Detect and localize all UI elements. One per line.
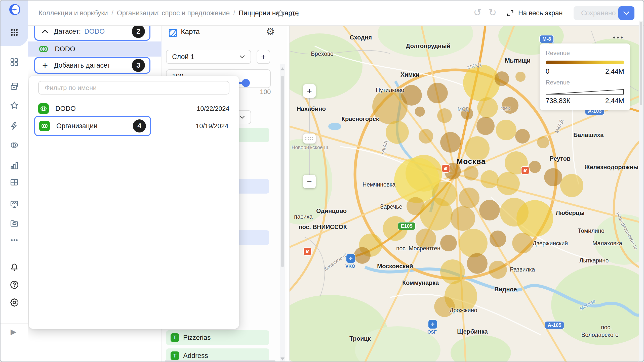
airport-label: VKO [345,264,355,269]
map-city-label: пос. Мосрентген [396,245,440,252]
add-layer-button[interactable]: + [257,50,270,64]
map-bubble[interactable] [434,296,455,317]
map-bubble[interactable] [537,136,549,148]
sidebar-item-connections-icon[interactable] [10,121,19,131]
save-dropdown-button[interactable] [618,6,634,20]
map-bubble[interactable] [419,129,433,144]
scrollbar-thumb[interactable] [640,22,642,105]
dataset-row-dodo[interactable]: DODO [28,41,162,57]
dataset-value: DODO [84,28,105,35]
map-bubble[interactable] [512,233,533,253]
sidebar-item-datasets-icon[interactable] [10,140,19,150]
map-bubble[interactable] [437,108,452,123]
map-bubble[interactable] [477,97,498,118]
panel-hscrollbar[interactable] [165,360,275,362]
map-city-label: Московский [377,263,413,270]
dropdown-item-organizations[interactable]: Организации 4 [34,116,151,136]
fullscreen-label[interactable]: На весь экран [518,9,563,17]
legend-color-max: 2,44M [605,68,624,75]
dataset-rings-icon [39,121,50,131]
airport-icon: ✈OSF [428,320,437,329]
map-bubble[interactable] [459,229,488,257]
zoom-drag-handle[interactable] [303,133,316,144]
sidebar-item-all-icon[interactable] [10,57,19,67]
map-city-label: Томилино [578,228,604,234]
fullscreen-icon[interactable] [506,9,514,18]
opacity-slider-knob[interactable] [242,79,250,87]
map-bubble[interactable] [529,161,541,173]
map-bubble[interactable] [464,166,478,180]
legend-color-min: 0 [546,68,549,75]
map-bubble[interactable] [440,235,457,251]
airport-icon: ✈VKO [346,254,355,263]
chevron-down-icon [623,11,630,15]
map-bubble[interactable] [440,132,461,153]
scrollbar-thumb[interactable] [281,76,284,267]
sidebar-item-favorites-icon[interactable] [10,101,19,110]
map-bubble[interactable] [480,170,499,188]
map-bubble[interactable] [560,174,583,197]
map-bubble[interactable] [459,188,479,208]
zoom-out-button[interactable]: − [303,175,316,188]
map-bubble[interactable] [496,120,516,140]
help-icon[interactable] [10,280,19,290]
map-city-label: Одинцово [316,207,347,214]
redo-icon[interactable]: ↻ [489,7,497,18]
sidebar-item-collections-icon[interactable] [10,81,19,91]
map-bubble[interactable] [515,129,530,144]
dataset-filter-input[interactable] [38,81,229,95]
sidebar-item-charts-icon[interactable] [10,161,19,170]
map-menu-icon[interactable]: ••• [613,33,624,41]
field-chip-address[interactable]: T Address [166,348,269,362]
map-bubble[interactable] [401,85,422,106]
map-bubble[interactable] [495,71,509,86]
more-menu-icon[interactable]: ••• [290,12,300,19]
notifications-bell-icon[interactable] [10,262,19,272]
saved-button[interactable]: Сохранено [574,6,623,20]
sidebar-item-more-icon[interactable] [10,235,19,245]
map-bubble[interactable] [516,200,553,237]
scroll-up-icon[interactable] [280,67,285,70]
chart-settings-gear-icon[interactable]: ⚙ [266,26,275,37]
favorite-star-icon[interactable] [276,9,285,19]
layer-select[interactable]: Слой 1 [166,50,251,64]
map-bubble[interactable] [467,253,488,274]
page-scrollbar[interactable] [639,21,643,361]
map-bubble[interactable] [476,117,495,135]
app-window: ▶ Коллекции и воркбуки / Организации: сп… [0,0,644,362]
map-canvas[interactable]: СходняБрёховоДолгопрудныйМытищиХимкиПути… [289,21,639,362]
sidebar-expand-icon[interactable]: ▶ [11,327,16,336]
dropdown-item-dodo[interactable]: DODO 10/22/2024 [38,102,229,116]
sidebar-item-storage-icon[interactable] [10,219,19,228]
map-bubble[interactable] [354,247,371,264]
dataset-row-label: DODO [55,45,75,53]
poi-ruble-icon: ₽ [304,248,311,255]
map-bubble[interactable] [451,206,475,231]
poi-ruble-icon: ₽ [521,167,529,174]
undo-icon[interactable]: ↺ [473,7,481,18]
apps-grid-icon[interactable] [10,28,19,37]
sidebar-item-dashboards-icon[interactable] [10,200,19,209]
map-bubble[interactable] [497,172,520,195]
map-bubble[interactable] [490,231,506,247]
sidebar-item-tables-icon[interactable] [10,177,19,187]
panel-scrollbar[interactable] [280,64,285,362]
map-bubble[interactable] [427,83,448,103]
map-bubble[interactable] [489,261,507,279]
breadcrumb-workbook[interactable]: Организации: спрос и предложение [117,9,230,17]
zoom-in-button[interactable]: + [303,84,316,98]
map-bubble[interactable] [415,107,425,117]
road-number-badge: Е105 [398,222,415,230]
field-chip-pizzerias[interactable]: T Pizzerias [166,330,269,345]
map-city-label: СВХ [500,106,510,112]
map-bubble[interactable] [386,121,409,144]
scroll-down-icon[interactable] [280,357,285,360]
map-bubble[interactable] [515,72,526,82]
datalens-logo-icon[interactable] [9,4,21,16]
breadcrumb-collections[interactable]: Коллекции и воркбуки [38,9,108,17]
settings-gear-icon[interactable] [10,298,19,307]
map-bubble[interactable] [544,168,562,186]
add-dataset-button[interactable]: + Добавить датасет 3 [34,57,150,74]
map-bubble[interactable] [420,198,453,231]
map-bubble[interactable] [479,200,500,220]
